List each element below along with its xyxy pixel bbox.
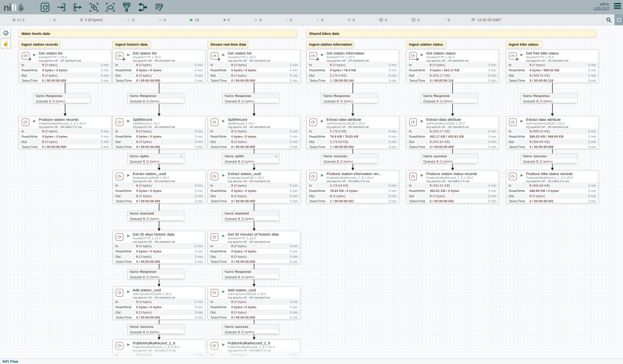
label-icon[interactable]: [154, 2, 165, 13]
stat-label: Out: [115, 255, 136, 258]
logout-link[interactable]: LOG OUT: [594, 6, 609, 11]
queue-bar: [451, 163, 476, 164]
processor-node[interactable]: ⟳P ▶ Add station_uuid JoltTransformJSON …: [113, 287, 205, 320]
processor-node[interactable]: ⟳P ▶ Produce station records PublishKafk…: [19, 116, 111, 149]
section-label[interactable]: Stream real-time data: [208, 41, 248, 48]
connection-label[interactable]: Name matched ◑ Queued 0 (0 bytes): [127, 211, 184, 221]
stat-row: Tasks/Time 5 / 00:00:00.116 5 min: [407, 78, 499, 83]
processor-node[interactable]: ⟳P ▶ Get 30 minutes of historic data Inv…: [208, 231, 300, 264]
processor-node[interactable]: ⟳P ▶ Get 30 days historic data InvokeHTT…: [113, 231, 205, 264]
connection-label[interactable]: Name success ◑ Queued 0 (0 bytes): [127, 324, 184, 335]
flow-canvas[interactable]: Water levels dataShared bikes dataIngest…: [0, 0, 623, 364]
stat-value: 0 bytes / 0 bytes: [136, 305, 195, 309]
connection-name-key: Name: [225, 154, 234, 158]
output-port-icon[interactable]: [72, 2, 83, 13]
processor-node[interactable]: ⟳P ▶ Get station list InvokeHTTP 1.25.0 …: [208, 50, 300, 83]
section-label[interactable]: Ingest station information: [307, 41, 353, 48]
stat-row: Tasks/Time 0 / 00:00:00.000 5 min: [208, 144, 300, 149]
connection-label[interactable]: Name success ◑ Queued 0 (0 bytes): [222, 324, 279, 335]
connection-arrowhead: [158, 337, 161, 340]
remote-process-group-icon[interactable]: [105, 2, 116, 13]
group-label[interactable]: Water levels data: [19, 30, 297, 37]
stat-label: Out: [409, 194, 430, 198]
funnel-icon[interactable]: [121, 2, 132, 13]
processor-node[interactable]: ⟳P ▶ Add station_uuid JoltTransformJSON …: [208, 287, 300, 320]
processor-node[interactable]: ⟳P ▶ Produce station information rec... …: [307, 170, 399, 203]
process-group-icon[interactable]: [89, 2, 99, 13]
operate-palette-button[interactable]: ☝: [1, 39, 11, 48]
settings-panel-button[interactable]: [614, 14, 623, 25]
stat-row: Tasks/Time 5 / 00:00:00.118 5 min: [506, 78, 598, 83]
stat-row: Read/Write 0 bytes / 0 bytes 5 min: [113, 188, 205, 193]
connection-label[interactable]: Name success ◑ Queued 0 (0 bytes): [521, 153, 578, 164]
stat-row: Out 0 (0 bytes) 5 min: [208, 73, 300, 78]
processor-node[interactable]: ⟳P ▶ Get station status InvokeHTTP 1.25.…: [406, 50, 499, 83]
processor-stats: In 5 (452.81 KB) 5 min Read/Write 452.81…: [407, 183, 499, 203]
group-label[interactable]: Shared bikes data: [307, 30, 596, 37]
status-item: !0: [411, 18, 419, 22]
section-label[interactable]: Ingest station status: [406, 41, 446, 48]
refresh-button[interactable]: ⟳ 13:30:25 GMT: [471, 17, 501, 22]
stat-row: Out 5 (453.17 KB) 5 min: [407, 73, 499, 78]
breadcrumb[interactable]: NiFi Flow: [3, 359, 18, 363]
connection-label[interactable]: Name Response ◑ Queued 0 (0 bytes): [127, 93, 184, 104]
queue-bar: [157, 163, 182, 164]
connection-label[interactable]: Name Response ◑ Queued 0 (0 bytes): [421, 93, 478, 104]
connection-label[interactable]: Name Response ◑ Queued 0 (0 bytes): [222, 269, 279, 280]
processor-node[interactable]: ⟳P ▶ Produce station status records Publ…: [406, 170, 499, 203]
connection-label[interactable]: Name matched ◑ Queued 0 (0 bytes): [222, 211, 279, 221]
section-label[interactable]: Ingest historic data: [113, 41, 150, 48]
global-menu-icon[interactable]: [614, 3, 621, 10]
input-port-icon[interactable]: [56, 2, 67, 13]
stat-window: 5 min: [195, 305, 203, 309]
connection-label[interactable]: Name Response ◑ Queued 0 (0 bytes): [321, 93, 378, 104]
stat-value: 0 bytes / 453.17 KB: [430, 68, 488, 72]
connection-name-key: Name: [225, 270, 234, 274]
connection-label[interactable]: Name success ◑ Queued 0 (0 bytes): [421, 153, 478, 164]
processor-node[interactable]: ⟳P ▶ Extract data attribute JoltTransfor…: [307, 116, 399, 149]
processor-icon[interactable]: [40, 2, 50, 13]
processor-node[interactable]: ⟳P ▶ SplitRecord SplitRecord 1.25.0 org.…: [113, 116, 205, 149]
navigate-palette-button[interactable]: [1, 28, 11, 38]
stat-label: Tasks/Time: [509, 79, 530, 82]
section-label[interactable]: Ingest station records: [19, 41, 60, 48]
stat-label: Out: [509, 74, 530, 77]
connection-label[interactable]: Name splits ◑ Queued 0 (0 bytes): [222, 153, 279, 164]
status-item: ↑0: [379, 18, 387, 22]
connection-name-key: Name: [225, 212, 234, 215]
stat-label: Read/Write: [409, 189, 430, 193]
processor-name: PublishKafkaRecord_2_6: [228, 341, 300, 345]
search-button[interactable]: [603, 14, 614, 25]
stat-value: 0 (0 bytes): [231, 244, 290, 248]
stat-label: Read/Write: [115, 249, 136, 253]
connection-label[interactable]: Name Response ◑ Queued 0 (0 bytes): [222, 93, 279, 104]
processor-node[interactable]: ⟳P ▶ SplitRecord SplitRecord 1.25.0 org.…: [208, 116, 300, 149]
processor-node[interactable]: ⟳P ▶ Get station information InvokeHTTP …: [307, 50, 399, 83]
connection-label[interactable]: Name Response ◑ Queued 0 (0 bytes): [33, 93, 90, 104]
stat-row: In 5 (453.17 KB) 5 min: [407, 129, 499, 134]
processor-stats: In 0 (0 bytes) 5 min Read/Write 0 bytes …: [208, 243, 300, 264]
processor-node[interactable]: ⟳P ▶ Extract data attribute JoltTransfor…: [406, 116, 499, 149]
processor-node[interactable]: ⟳P ▶ Extract data attribute JoltTransfor…: [506, 116, 599, 149]
template-icon[interactable]: [138, 2, 148, 13]
connection-label[interactable]: Name Response ◑ Queued 0 (0 bytes): [521, 93, 578, 104]
stat-label: In: [210, 244, 231, 248]
connection-label[interactable]: Name Response ◑ Queued 0 (0 bytes): [127, 269, 184, 280]
section-label[interactable]: Ingest bike status: [506, 41, 542, 48]
sync-failure-icon: ?: [444, 18, 446, 22]
connection-label[interactable]: Name success ◑ Queued 0 (0 bytes): [321, 153, 378, 164]
processor-node[interactable]: ⟳P ▶ Produce bike status records Publish…: [506, 170, 599, 203]
status-item: ✔0: [316, 18, 323, 22]
processor-node[interactable]: ⟳P ▶ Get free bike status InvokeHTTP 1.2…: [506, 50, 599, 83]
stat-row: Read/Write 569.03 KB / 568.69 KB 5 min: [506, 134, 598, 139]
processor-node[interactable]: ⟳P ▶ Get station list InvokeHTTP 1.25.0 …: [19, 50, 111, 83]
stat-label: Tasks/Time: [210, 199, 231, 203]
processor-node[interactable]: ⟳P ▶ Extract station_uuid EvaluateJsonPa…: [208, 170, 300, 203]
connection-name-row: Name Response ◑: [521, 93, 577, 98]
connection-name-value: Response: [140, 94, 156, 98]
processor-node[interactable]: ⟳P ▶ Extract station_uuid EvaluateJsonPa…: [113, 170, 205, 203]
processor-type: PublishKafkaRecord_2_6 1.25.0: [39, 122, 111, 125]
connection-arrowhead: [253, 337, 256, 340]
processor-node[interactable]: ⟳P ▶ Get station list InvokeHTTP 1.25.0 …: [113, 50, 205, 83]
connection-label[interactable]: Name splits ◑ Queued 0 (0 bytes): [127, 153, 184, 164]
